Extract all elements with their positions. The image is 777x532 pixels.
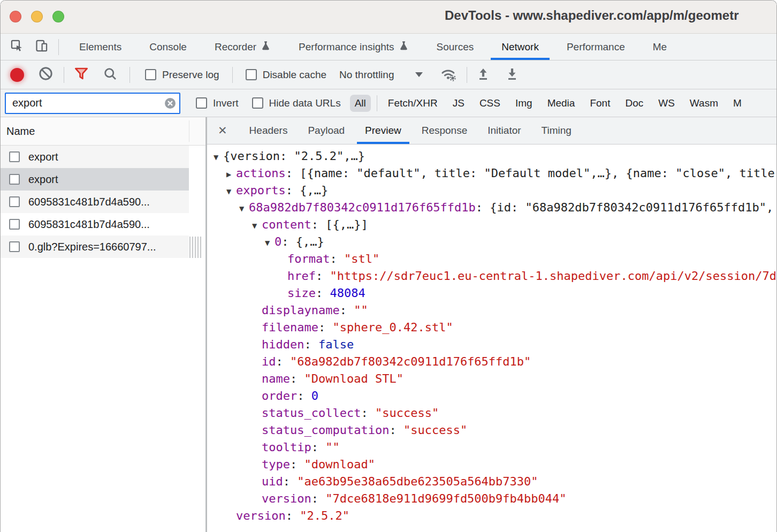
- tab-console[interactable]: Console: [135, 34, 201, 60]
- name-column-header[interactable]: Name: [1, 117, 205, 146]
- type-filter-css[interactable]: CSS: [475, 95, 505, 112]
- json-tree-row[interactable]: order: 0: [207, 387, 776, 405]
- detail-tab-headers[interactable]: Headers: [239, 117, 298, 144]
- disclosure-triangle-icon[interactable]: ▶: [226, 166, 236, 183]
- table-row[interactable]: 6095831c481b7d4a590...: [1, 191, 189, 213]
- json-tree-row[interactable]: version: "2.5.2": [207, 507, 776, 525]
- tab-recorder[interactable]: Recorder: [201, 34, 285, 60]
- separator: [64, 67, 64, 83]
- row-checkbox[interactable]: [9, 219, 20, 230]
- filter-input[interactable]: [5, 93, 180, 114]
- hide-data-urls-label[interactable]: Hide data URLs: [269, 97, 341, 109]
- json-tree-row[interactable]: status_computation: "success": [207, 422, 776, 439]
- json-plain: :: [361, 406, 375, 420]
- disclosure-triangle-icon[interactable]: ▼: [265, 234, 275, 252]
- json-tree-row[interactable]: type: "download": [207, 456, 776, 473]
- row-checkbox[interactable]: [9, 151, 20, 162]
- clear-network-log-button[interactable]: [37, 66, 54, 83]
- invert-checkbox[interactable]: [196, 97, 207, 109]
- disable-cache-label[interactable]: Disable cache: [263, 69, 326, 81]
- invert-label[interactable]: Invert: [213, 97, 239, 109]
- json-plain: :: [311, 492, 326, 505]
- row-checkbox[interactable]: [9, 196, 20, 207]
- zoom-window-button[interactable]: [52, 11, 64, 22]
- detail-tab-payload[interactable]: Payload: [298, 117, 355, 144]
- json-tree-row[interactable]: uid: "ae63b95e38a65dbe623505a564bb7330": [207, 473, 776, 490]
- type-filter-js[interactable]: JS: [448, 95, 469, 112]
- search-button[interactable]: [102, 66, 119, 83]
- json-tree-row[interactable]: ▼exports: {,…}: [207, 182, 776, 199]
- tab-me[interactable]: Me: [639, 34, 681, 60]
- json-tree-row[interactable]: status_collect: "success": [207, 405, 776, 422]
- inspect-element-button[interactable]: [8, 39, 25, 56]
- type-filter-all[interactable]: All: [350, 95, 371, 112]
- table-row[interactable]: 0.glb?Expires=16660797...: [1, 235, 189, 258]
- json-tree-row[interactable]: displayname: "": [207, 302, 776, 319]
- json-tree-row[interactable]: href: "https://sdr7euc1.eu-central-1.sha…: [207, 268, 776, 285]
- tab-performance-insights[interactable]: Performance insights: [285, 34, 422, 60]
- type-filter-media[interactable]: Media: [543, 95, 580, 112]
- disclosure-triangle-icon[interactable]: ▼: [214, 149, 223, 166]
- separator: [58, 39, 59, 55]
- tab-performance[interactable]: Performance: [553, 34, 639, 60]
- type-filter-fetch-xhr[interactable]: Fetch/XHR: [383, 95, 443, 112]
- type-filter-m[interactable]: M: [728, 95, 746, 112]
- disable-cache-checkbox[interactable]: [246, 69, 257, 80]
- disclosure-triangle-icon[interactable]: ▼: [252, 217, 262, 234]
- json-tree-row[interactable]: format: "stl": [207, 250, 776, 268]
- row-checkbox[interactable]: [9, 241, 20, 252]
- request-name: export: [28, 173, 58, 186]
- row-checkbox[interactable]: [9, 174, 20, 185]
- type-filter-img[interactable]: Img: [511, 95, 537, 112]
- detail-tab-preview[interactable]: Preview: [355, 117, 412, 144]
- json-plain: : [{,…}]: [311, 218, 368, 231]
- detail-tab-timing[interactable]: Timing: [531, 117, 582, 144]
- json-tree-row[interactable]: version: "7dce6818e911d9699fd500b9fb4bb0…: [207, 490, 776, 507]
- chevron-down-icon[interactable]: [415, 72, 423, 77]
- json-tree-row[interactable]: id: "68a982db7f80342c0911d176f65ffd1b": [207, 353, 776, 370]
- type-filter-doc[interactable]: Doc: [620, 95, 648, 112]
- table-row[interactable]: 6095831c481b7d4a590...: [1, 213, 189, 235]
- json-string: "": [325, 440, 340, 454]
- json-tree-row[interactable]: ▼content: [{,…}]: [207, 216, 776, 233]
- close-detail-button[interactable]: ✕: [212, 117, 233, 144]
- detail-tab-initiator[interactable]: Initiator: [477, 117, 531, 144]
- type-filter-wasm[interactable]: Wasm: [685, 95, 723, 112]
- throttling-select[interactable]: No throttling: [339, 69, 394, 81]
- tab-elements[interactable]: Elements: [65, 34, 135, 60]
- table-row[interactable]: export: [1, 168, 189, 191]
- import-har-button[interactable]: [475, 66, 492, 83]
- json-tree-row[interactable]: size: 48084: [207, 285, 776, 302]
- json-tree-row[interactable]: ▼68a982db7f80342c0911d176f65ffd1b: {id: …: [207, 199, 776, 216]
- json-key: format: [287, 252, 330, 265]
- column-resize-grip[interactable]: [189, 237, 202, 258]
- preserve-log-label[interactable]: Preserve log: [162, 69, 219, 81]
- preserve-log-checkbox[interactable]: [145, 69, 156, 80]
- disclosure-triangle-icon[interactable]: ▼: [239, 200, 249, 217]
- network-conditions-button[interactable]: [440, 66, 457, 83]
- toggle-device-toolbar-button[interactable]: [33, 39, 50, 56]
- detail-tab-response[interactable]: Response: [412, 117, 478, 144]
- json-tree-row[interactable]: ▼{version: "2.5.2",…}: [207, 148, 776, 165]
- record-network-log-button[interactable]: [10, 68, 24, 82]
- json-tree-row[interactable]: ▶actions: [{name: "default", title: "Def…: [207, 165, 776, 182]
- clear-filter-button[interactable]: [164, 97, 176, 109]
- disclosure-triangle-icon[interactable]: ▼: [226, 183, 236, 200]
- export-har-button[interactable]: [504, 66, 521, 83]
- close-window-button[interactable]: [10, 11, 21, 22]
- json-tree-row[interactable]: ▼0: {,…}: [207, 233, 776, 250]
- type-filter-ws[interactable]: WS: [653, 95, 680, 112]
- type-filter-font[interactable]: Font: [585, 95, 615, 112]
- json-tree-row[interactable]: filename: "sphere_0.42.stl": [207, 319, 776, 336]
- minimize-window-button[interactable]: [31, 11, 43, 22]
- json-key: exports: [236, 184, 286, 197]
- json-tree-row[interactable]: hidden: false: [207, 336, 776, 353]
- request-list-panel: Name exportexport6095831c481b7d4a590...6…: [1, 117, 207, 532]
- json-tree-row[interactable]: name: "Download STL": [207, 370, 776, 387]
- json-tree-row[interactable]: tooltip: "": [207, 439, 776, 456]
- tab-sources[interactable]: Sources: [423, 34, 488, 60]
- hide-data-urls-checkbox[interactable]: [252, 97, 263, 109]
- table-row[interactable]: export: [1, 146, 189, 168]
- filter-toggle-button[interactable]: [73, 66, 90, 83]
- tab-network[interactable]: Network: [487, 34, 553, 60]
